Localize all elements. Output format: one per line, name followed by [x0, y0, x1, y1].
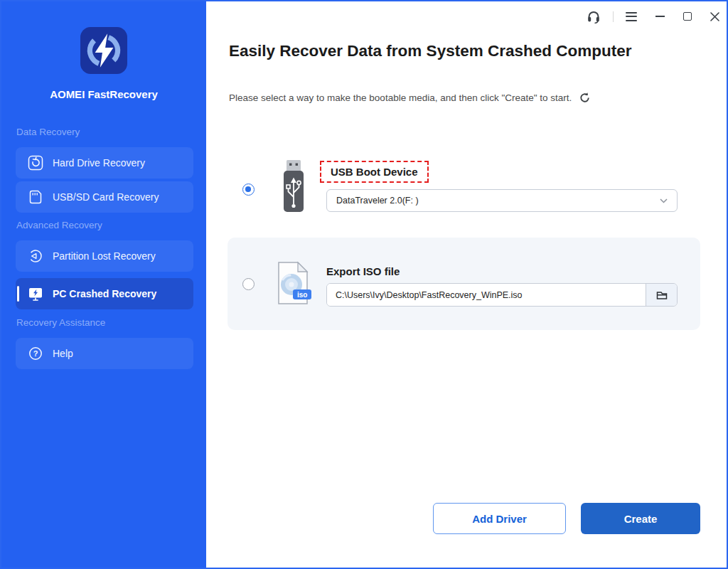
refresh-icon[interactable] — [579, 92, 591, 104]
export-iso-panel: iso Export ISO file — [228, 238, 700, 330]
section-label-recovery-assistance: Recovery Assistance — [16, 317, 105, 328]
app-window: AOMEI FastRecovery Data Recovery Hard Dr… — [0, 0, 728, 569]
sidebar-item-label: Help — [53, 348, 73, 359]
iso-badge: iso — [293, 289, 311, 299]
close-button[interactable] — [710, 7, 719, 26]
folder-icon — [655, 289, 668, 302]
usb-device-dropdown[interactable]: DataTraveler 2.0(F: ) — [326, 189, 678, 212]
sidebar-item-label: USB/SD Card Recovery — [53, 191, 159, 203]
page-title: Easily Recover Data from System Crashed … — [229, 42, 631, 60]
titlebar — [587, 7, 719, 26]
app-logo-icon — [1, 27, 206, 77]
browse-button[interactable] — [646, 284, 677, 306]
iso-path-input[interactable] — [327, 284, 646, 306]
partition-icon — [28, 248, 43, 264]
section-label-advanced-recovery: Advanced Recovery — [16, 220, 102, 230]
sidebar-item-partition-lost-recovery[interactable]: Partition Lost Recovery — [16, 240, 193, 272]
iso-option-radio[interactable] — [242, 278, 255, 290]
sidebar-item-help[interactable]: ? Help — [16, 338, 193, 369]
hamburger-menu-icon[interactable] — [626, 7, 637, 26]
minimize-button[interactable] — [655, 7, 665, 26]
help-icon: ? — [28, 346, 43, 361]
sidebar: AOMEI FastRecovery Data Recovery Hard Dr… — [1, 1, 206, 568]
usb-boot-device-label: USB Boot Device — [320, 161, 429, 183]
usb-option-radio[interactable] — [242, 184, 255, 196]
export-iso-label: Export ISO file — [326, 265, 400, 277]
sidebar-item-usb-sd-card-recovery[interactable]: USB/SD Card Recovery — [16, 181, 193, 213]
main-content: Easily Recover Data from System Crashed … — [206, 1, 727, 568]
section-label-data-recovery: Data Recovery — [16, 127, 80, 137]
page-subtitle: Please select a way to make the bootable… — [229, 92, 572, 103]
usb-drive-icon — [279, 159, 308, 218]
sidebar-item-hard-drive-recovery[interactable]: Hard Drive Recovery — [16, 147, 193, 179]
headset-support-icon[interactable] — [587, 7, 601, 26]
svg-text:?: ? — [33, 349, 38, 358]
maximize-button[interactable] — [683, 7, 692, 26]
sidebar-item-label: PC Crashed Recovery — [53, 288, 156, 299]
sidebar-item-label: Partition Lost Recovery — [53, 250, 156, 262]
create-button[interactable]: Create — [581, 503, 700, 534]
sidebar-item-label: Hard Drive Recovery — [53, 157, 145, 169]
sd-card-icon — [28, 189, 43, 205]
restore-icon — [28, 155, 43, 171]
app-name: AOMEI FastRecovery — [1, 88, 206, 100]
pc-crashed-icon — [28, 286, 43, 302]
sidebar-item-pc-crashed-recovery[interactable]: PC Crashed Recovery — [16, 278, 193, 309]
chevron-down-icon — [660, 198, 668, 203]
titlebar-divider — [613, 11, 614, 22]
iso-file-icon: iso — [276, 261, 310, 305]
usb-device-value: DataTraveler 2.0(F: ) — [336, 196, 419, 206]
add-driver-button[interactable]: Add Driver — [433, 503, 566, 534]
